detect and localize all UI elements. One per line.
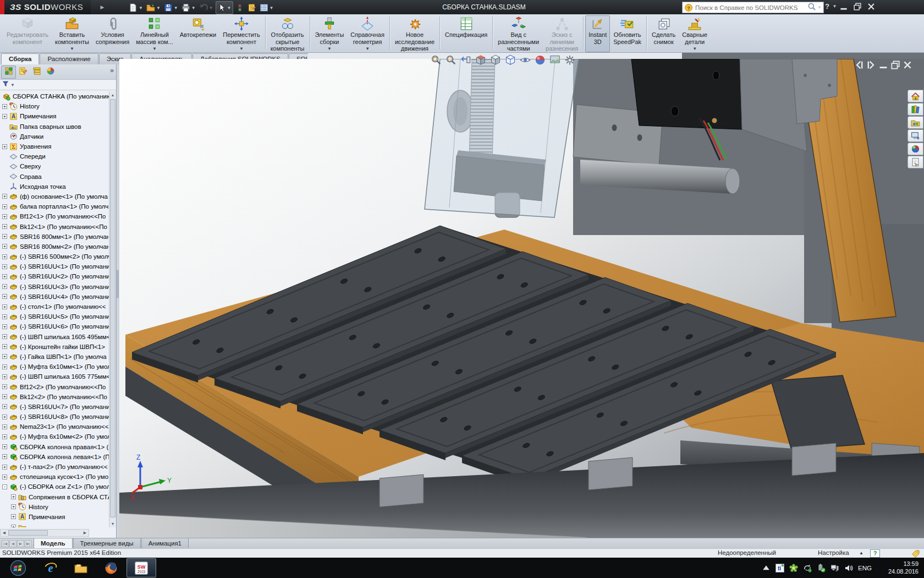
tree-item[interactable]: +AПримечания: [0, 512, 109, 522]
scroll-right-icon[interactable]: ▶: [81, 530, 89, 536]
status-expand-icon[interactable]: ▲: [859, 550, 864, 555]
expand-icon[interactable]: +: [11, 514, 16, 519]
ribbon-button-mate[interactable]: Условиясопряжения: [92, 15, 133, 52]
expand-icon[interactable]: +: [2, 254, 7, 259]
expand-icon[interactable]: +: [11, 525, 16, 527]
scroll-down-icon[interactable]: ▼: [109, 520, 116, 527]
filter-icon[interactable]: [2, 80, 9, 90]
menu-expand-icon[interactable]: ▶: [99, 3, 106, 12]
model-tab-0[interactable]: Модель: [34, 538, 73, 549]
collapse-icon[interactable]: -: [2, 484, 7, 489]
expand-icon[interactable]: +: [11, 504, 16, 509]
dropdown-icon[interactable]: ▼: [365, 46, 370, 53]
tree-item[interactable]: +Сверху: [0, 161, 109, 171]
ribbon-button-exploded-view[interactable]: Вид сразнесеннымичастями: [494, 15, 542, 52]
tree-item[interactable]: +(-) SBR16UU<2> (По умолчани: [0, 271, 109, 281]
expand-icon[interactable]: +: [2, 104, 7, 109]
ribbon-button-instant3d[interactable]: Instant3D: [585, 15, 610, 52]
expand-icon[interactable]: +: [2, 264, 7, 269]
save-button[interactable]: ▼: [163, 2, 179, 14]
open-folder-button[interactable]: ▼: [145, 2, 162, 14]
ribbon-button-assembly-features[interactable]: Элементысборки▼: [312, 15, 348, 52]
tray-safely-remove-icon[interactable]: [817, 564, 826, 572]
taskbar-clock[interactable]: 13:59 24.08.2016: [888, 560, 919, 575]
tree-item[interactable]: +СБОРКА колонна правая<1> (П: [0, 442, 109, 452]
scrollbar-thumb[interactable]: [8, 530, 48, 536]
expand-icon[interactable]: +: [2, 465, 7, 470]
tree-item[interactable]: +(-) SBR16 500мм<2> (По умолч: [0, 252, 109, 261]
tree-item[interactable]: -(-) СБОРКА оси Z<1> (По умол: [0, 482, 109, 492]
file-properties-button[interactable]: [246, 2, 257, 14]
task-pane-solidworks-resources[interactable]: [908, 103, 923, 116]
expand-icon[interactable]: +: [2, 294, 7, 299]
restore-doc-button[interactable]: [891, 61, 899, 68]
print-button[interactable]: ▼: [180, 2, 197, 14]
tree-item[interactable]: +Датчики: [0, 132, 109, 141]
task-pane-file-explorer[interactable]: [908, 129, 923, 142]
next-tab-icon[interactable]: ▶: [17, 540, 24, 547]
expand-icon[interactable]: +: [2, 304, 7, 309]
tree-item[interactable]: +СБОРКА СТАНКА (По умолчанию: [0, 91, 109, 101]
scroll-up-icon[interactable]: ▲: [109, 91, 116, 99]
taskbar-firefox-button[interactable]: [96, 558, 126, 577]
tree-item[interactable]: +Папка сварных швов: [0, 122, 109, 132]
command-tab-0[interactable]: Сборка: [1, 53, 39, 64]
view-orientation-icon[interactable]: [490, 54, 501, 66]
tree-item[interactable]: +(-) Кронштейн гайки ШВП<1>: [0, 342, 109, 352]
expand-icon[interactable]: +: [2, 454, 7, 459]
first-tab-icon[interactable]: |◀: [2, 540, 9, 547]
tree-item[interactable]: +: [0, 522, 109, 527]
dropdown-icon[interactable]: ▼: [156, 6, 161, 10]
expand-icon[interactable]: +: [2, 214, 7, 219]
tree-item[interactable]: +SBR16 800мм<1> (По умолчани: [0, 232, 109, 242]
panel-tab-display-manager[interactable]: [43, 66, 57, 78]
tray-show-hidden-icons-icon[interactable]: [762, 564, 771, 572]
ribbon-button-snapshot[interactable]: Сделатьснимок: [648, 15, 679, 52]
ribbon-button-bom[interactable]: Спецификация: [442, 15, 491, 52]
taskbar-solidworks-app-button[interactable]: SW2015: [127, 558, 156, 577]
tree-item[interactable]: +(-) SBR16UU<1> (По умолчани: [0, 261, 109, 271]
configuration-status[interactable]: Настройка: [818, 549, 849, 556]
ribbon-button-motion-study[interactable]: Новоеисследованиедвижения: [392, 15, 438, 52]
ribbon-button-linear-pattern[interactable]: Линейныймассив ком...▼: [133, 15, 177, 52]
tree-item[interactable]: +SBR16 800мм<2> (По умолчани: [0, 242, 109, 252]
scrollbar-thumb[interactable]: [110, 99, 116, 517]
tree-item[interactable]: +балка порталла<1> (По умолч: [0, 201, 109, 211]
ribbon-button-show-hidden[interactable]: Отобразитьскрытыекомпоненты: [267, 15, 308, 52]
tree-item[interactable]: +Bk12<2> (По умолчанию<<По: [0, 392, 109, 402]
tree-item[interactable]: +(-) SBR16UU<5> (По умолчани: [0, 312, 109, 321]
expand-icon[interactable]: +: [2, 475, 7, 479]
dropdown-icon[interactable]: ▼: [692, 46, 697, 53]
taskbar-start-button[interactable]: [1, 558, 35, 577]
tree-horizontal-scrollbar[interactable]: ◀ ▶: [0, 529, 89, 537]
minimize-button[interactable]: [839, 3, 848, 10]
taskbar-file-explorer-app-button[interactable]: [66, 558, 96, 577]
expand-icon[interactable]: +: [2, 394, 7, 399]
next-window-button[interactable]: [867, 61, 875, 68]
tree-item[interactable]: +(-) SBR16UU<8> (По умолчани: [0, 412, 109, 422]
view-settings-icon[interactable]: [564, 54, 575, 66]
restore-button[interactable]: [853, 3, 861, 10]
language-indicator[interactable]: ENG: [858, 565, 872, 571]
expand-icon[interactable]: +: [2, 274, 7, 279]
tree-item[interactable]: +(-) ШВП шпилька 1605 775мм<: [0, 372, 109, 381]
zoom-area-icon[interactable]: [446, 54, 457, 66]
tree-item[interactable]: +(-) стол<1> (По умолчанию<<: [0, 302, 109, 312]
expand-icon[interactable]: +: [2, 424, 7, 429]
previous-window-button[interactable]: [855, 61, 863, 68]
expand-icon[interactable]: +: [2, 144, 7, 149]
tree-item[interactable]: +Спереди: [0, 151, 109, 161]
tree-item[interactable]: +Bf12<1> (По умолчанию<<По: [0, 211, 109, 221]
panel-tab-features[interactable]: [1, 66, 16, 79]
last-tab-icon[interactable]: ▶|: [25, 540, 32, 547]
tree-item[interactable]: +ΣУравнения: [0, 141, 109, 151]
minimize-doc-button[interactable]: [879, 61, 887, 68]
ribbon-button-reference-geometry[interactable]: Справочнаягеометрия▼: [347, 15, 388, 52]
ribbon-button-speedpak[interactable]: ОбновитьSpeedPak: [610, 15, 645, 52]
section-view-icon[interactable]: [475, 54, 486, 66]
zoom-fit-icon[interactable]: [431, 54, 442, 66]
scroll-left-icon[interactable]: ◀: [1, 530, 8, 536]
tray-network-icon[interactable]: [831, 564, 839, 572]
tree-item[interactable]: +(-) т-паз<2> (По умолчанию<<: [0, 462, 109, 472]
tree-item[interactable]: +(-) Муфта 6х10мм<1> (По умол: [0, 362, 109, 372]
